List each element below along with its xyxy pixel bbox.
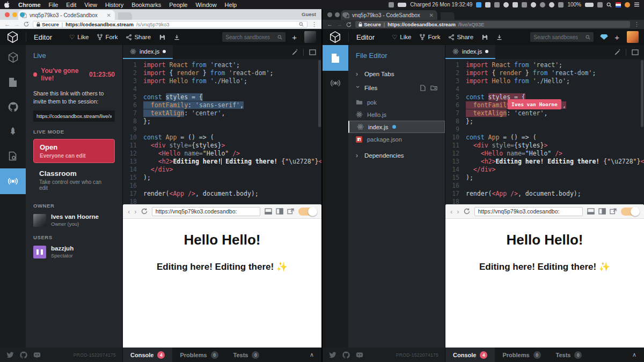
zoom-window-button[interactable] xyxy=(342,12,347,17)
menubar-item[interactable]: File xyxy=(49,2,58,8)
patron-diamond-icon[interactable] xyxy=(600,34,608,40)
new-sandbox-button[interactable]: + xyxy=(614,33,619,42)
input-language-flag-icon[interactable] xyxy=(616,2,621,8)
menubar-item[interactable]: Bookmarks xyxy=(131,2,161,8)
code-line[interactable]: 11 <div style={styles}> xyxy=(445,142,644,150)
code-line[interactable]: 15); xyxy=(123,174,321,182)
preview-url-input[interactable] xyxy=(152,207,260,216)
open-in-new-window-icon[interactable] xyxy=(287,208,294,215)
code-line[interactable]: 14 </div> xyxy=(123,166,321,174)
file-tree-item-index.js[interactable]: index.js xyxy=(348,121,445,133)
share-button[interactable]: Share xyxy=(449,34,473,40)
code-line[interactable]: 17render(<App />, document.body); xyxy=(445,190,644,198)
browser-menu-icon[interactable]: ⋮ xyxy=(311,21,317,28)
live-preview-toggle[interactable] xyxy=(298,208,317,216)
code-line[interactable]: 3import Hello from './Hello'; xyxy=(123,77,321,85)
code-line[interactable]: 8}; xyxy=(123,117,321,125)
omnibox[interactable]: Secure | https://codesandbox.stream/s/vn… xyxy=(33,21,308,28)
expand-console-icon[interactable]: ∧ xyxy=(310,351,321,358)
prettify-icon[interactable] xyxy=(614,49,620,55)
responsive-split-icon[interactable] xyxy=(276,208,283,215)
console-tab[interactable]: Console4 xyxy=(445,348,495,362)
console-panel-icon[interactable] xyxy=(265,208,272,215)
preview-forward-icon[interactable]: › xyxy=(457,208,459,216)
open-in-new-window-icon[interactable] xyxy=(610,208,617,215)
code-line[interactable]: 18 xyxy=(123,198,321,204)
fork-button[interactable]: Fork xyxy=(420,34,440,40)
preview-refresh-icon[interactable] xyxy=(141,208,148,215)
notifications-icon[interactable] xyxy=(549,2,554,8)
camera-icon[interactable] xyxy=(503,2,509,8)
code-line[interactable]: 7 textAlign: 'center', xyxy=(445,109,644,117)
file-tree-item-package.json[interactable]: package.json xyxy=(348,133,445,145)
save-button[interactable] xyxy=(159,34,165,40)
minimize-window-button[interactable] xyxy=(335,12,340,17)
vpn-icon[interactable] xyxy=(522,2,527,8)
fork-button[interactable]: Fork xyxy=(97,34,118,40)
live-preview-toggle[interactable] xyxy=(621,208,639,216)
preview-refresh-icon[interactable] xyxy=(464,208,470,215)
minimize-window-button[interactable] xyxy=(12,12,17,17)
expand-console-icon[interactable]: ∧ xyxy=(632,351,644,358)
code-line[interactable]: 1import React from 'react'; xyxy=(123,61,321,69)
code-line[interactable]: 17render(<App />, document.body); xyxy=(123,190,321,198)
code-line[interactable]: 16 xyxy=(123,182,321,190)
save-button[interactable] xyxy=(482,34,488,40)
twitter-icon[interactable] xyxy=(329,352,336,358)
problems-tab[interactable]: Problems0 xyxy=(495,348,548,362)
files-section[interactable]: › Files xyxy=(356,81,437,95)
cloud-icon[interactable] xyxy=(540,2,545,8)
chat-icon[interactable] xyxy=(513,2,518,8)
live-mode-classroom-button[interactable]: Classroom Take control over who can edit xyxy=(33,165,115,195)
new-file-icon[interactable] xyxy=(420,85,426,91)
browser-menu-icon[interactable]: ⋮ xyxy=(634,21,640,28)
like-button[interactable]: ♡Like xyxy=(392,33,411,41)
download-button[interactable] xyxy=(174,34,180,40)
user-avatar[interactable] xyxy=(304,31,316,43)
sandbox-search[interactable] xyxy=(530,32,594,42)
editor-scrollbar[interactable] xyxy=(641,60,643,127)
tab-close-icon[interactable]: ✕ xyxy=(107,12,111,18)
spotlight-icon[interactable] xyxy=(606,2,612,8)
live-mode-open-button[interactable]: Open Everyone can edit xyxy=(33,139,115,163)
code-line[interactable]: 8}; xyxy=(445,117,644,125)
apple-icon[interactable] xyxy=(4,1,10,8)
code-line[interactable]: 11 <div style={styles}> xyxy=(123,142,321,150)
code-line[interactable]: 6 fontFamily: 'sans-serif', xyxy=(123,101,321,109)
file-tree-item-Hello.js[interactable]: Hello.js xyxy=(348,108,445,121)
file-editor-icon[interactable] xyxy=(0,70,26,94)
editor-scrollbar[interactable] xyxy=(318,60,321,127)
code-line[interactable]: 14 </div> xyxy=(445,166,644,174)
browser-tab[interactable]: vnq5p79ko3 - CodeSandbox ✕ xyxy=(18,10,115,20)
project-info-icon[interactable] xyxy=(0,45,26,70)
dependencies-section[interactable]: › Dependencies xyxy=(356,149,437,162)
sandbox-search[interactable] xyxy=(222,32,286,42)
code-line[interactable]: 15); xyxy=(445,174,644,182)
live-session-icon[interactable] xyxy=(323,71,348,95)
preview-back-icon[interactable]: ‹ xyxy=(128,208,130,216)
menubar-item[interactable]: Chrome xyxy=(18,2,41,8)
profile-label[interactable]: Guest xyxy=(302,11,316,17)
code-editor[interactable]: Ives van Hoorne 1import React from 'reac… xyxy=(123,59,321,204)
code-line[interactable]: 16 xyxy=(445,182,644,190)
github-footer-icon[interactable] xyxy=(20,351,27,359)
tab-close-icon[interactable]: ✕ xyxy=(429,12,434,18)
code-line[interactable]: 7 textAlign: 'center', xyxy=(123,109,321,117)
new-tab-button[interactable] xyxy=(441,12,455,20)
open-tabs-section[interactable]: › Open Tabs xyxy=(356,67,437,81)
zoom-page-icon[interactable] xyxy=(299,22,304,27)
file-editor-icon[interactable] xyxy=(323,45,348,71)
preview-url-input[interactable] xyxy=(474,207,583,216)
reload-icon[interactable] xyxy=(346,22,352,27)
close-window-button[interactable] xyxy=(5,12,10,17)
menubar-clock[interactable]: Charged 26 Mon 19:32:49 xyxy=(410,2,472,8)
airplay-icon[interactable] xyxy=(597,2,603,8)
code-line[interactable]: 13 <h2>Editing here! Editing there! {"\u… xyxy=(123,158,321,166)
github-footer-icon[interactable] xyxy=(342,351,350,359)
code-line[interactable]: 4 xyxy=(445,85,644,93)
menubar-item[interactable]: History xyxy=(105,2,123,8)
github-icon[interactable] xyxy=(0,94,26,119)
code-editor[interactable]: Ives van Hoorne 1import React from 'reac… xyxy=(445,59,644,204)
download-button[interactable] xyxy=(496,34,502,40)
code-line[interactable]: 9 xyxy=(445,125,644,134)
